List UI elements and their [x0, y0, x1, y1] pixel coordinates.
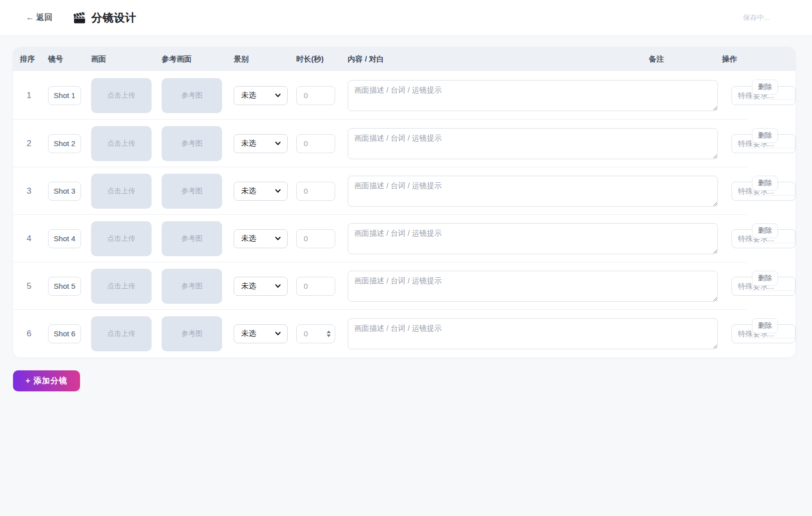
- order-number: 3: [19, 186, 39, 196]
- actions-cell: 删除: [748, 120, 795, 148]
- content-textarea[interactable]: [348, 176, 718, 207]
- reference-upload-area[interactable]: 参考图: [162, 126, 222, 161]
- reference-upload-area[interactable]: 参考图: [162, 78, 222, 113]
- content-textarea[interactable]: [348, 318, 718, 349]
- back-link[interactable]: ← 返回: [26, 13, 52, 23]
- frame-upload-label: 点击上传: [108, 139, 136, 148]
- reference-upload-label: 参考图: [182, 234, 203, 243]
- frame-upload-label: 点击上传: [108, 91, 136, 100]
- reference-upload-area[interactable]: 参考图: [162, 174, 222, 209]
- reference-upload-area[interactable]: 参考图: [162, 269, 222, 304]
- shot-type-select[interactable]: 未选: [234, 229, 288, 248]
- shot-type-value: 未选: [241, 139, 256, 148]
- frame-upload-area[interactable]: 点击上传: [91, 269, 152, 304]
- duration-input[interactable]: [296, 134, 335, 153]
- chevron-down-icon: [275, 330, 281, 337]
- shot-type-value: 未选: [241, 234, 256, 243]
- header-shot: 镜号: [48, 55, 81, 64]
- reference-upload-label: 参考图: [182, 329, 203, 338]
- delete-button[interactable]: 删除: [752, 80, 778, 95]
- duration-input[interactable]: [296, 182, 335, 201]
- duration-input[interactable]: [296, 277, 335, 296]
- reference-upload-label: 参考图: [182, 187, 203, 196]
- duration-input[interactable]: [296, 86, 335, 105]
- reference-upload-label: 参考图: [182, 91, 203, 100]
- title-wrap: 分镜设计: [73, 11, 136, 26]
- reference-upload-label: 参考图: [182, 139, 203, 148]
- chevron-down-icon: [275, 140, 281, 147]
- reference-upload-area[interactable]: 参考图: [162, 316, 222, 351]
- main-content: 排序 镜号 画面 参考画面 景别 时长(秒) 内容 / 对白 备注 操作 1 点…: [0, 47, 812, 391]
- frame-upload-label: 点击上传: [108, 187, 136, 196]
- chevron-down-icon: [275, 92, 281, 99]
- frame-upload-area[interactable]: 点击上传: [91, 174, 152, 209]
- actions-cell: 删除: [748, 215, 795, 243]
- delete-button[interactable]: 删除: [752, 176, 778, 191]
- table-header-row: 排序 镜号 画面 参考画面 景别 时长(秒) 内容 / 对白 备注 操作: [13, 47, 795, 71]
- header-actions: 操作: [722, 55, 752, 64]
- shot-number-input[interactable]: [48, 324, 81, 343]
- frame-upload-label: 点击上传: [108, 329, 136, 338]
- shot-type-select[interactable]: 未选: [234, 86, 288, 105]
- storyboard-row: 6 点击上传 参考图 未选 删除: [13, 310, 795, 357]
- spinner-up-icon[interactable]: [327, 330, 331, 333]
- chevron-down-icon: [275, 188, 281, 194]
- spinner-down-icon[interactable]: [327, 334, 331, 337]
- page-title: 分镜设计: [91, 11, 136, 26]
- content-textarea[interactable]: [348, 271, 718, 302]
- shot-number-input[interactable]: [48, 277, 81, 296]
- delete-button[interactable]: 删除: [752, 223, 778, 238]
- content-textarea[interactable]: [348, 128, 718, 159]
- storyboard-row: 5 点击上传 参考图 未选 删除: [13, 262, 795, 310]
- frame-upload-label: 点击上传: [108, 234, 136, 243]
- delete-button[interactable]: 删除: [752, 128, 778, 143]
- header-reference: 参考画面: [162, 55, 222, 64]
- content-textarea[interactable]: [348, 80, 718, 111]
- reference-upload-label: 参考图: [182, 282, 203, 291]
- actions-cell: 删除: [748, 167, 795, 196]
- frame-upload-area[interactable]: 点击上传: [91, 78, 152, 113]
- storyboard-row: 1 点击上传 参考图 未选 删除: [13, 71, 795, 120]
- shot-type-value: 未选: [241, 281, 256, 291]
- shot-type-select[interactable]: 未选: [234, 277, 288, 296]
- table-body: 1 点击上传 参考图 未选 删除: [13, 71, 795, 357]
- chevron-down-icon: [275, 235, 281, 242]
- actions-cell: 删除: [748, 71, 795, 100]
- frame-upload-area[interactable]: 点击上传: [91, 316, 152, 351]
- chevron-down-icon: [275, 283, 281, 289]
- shot-type-select[interactable]: 未选: [234, 182, 288, 201]
- shot-type-select[interactable]: 未选: [234, 324, 288, 343]
- duration-spinner[interactable]: [327, 330, 331, 337]
- delete-button[interactable]: 删除: [752, 318, 778, 333]
- add-storyboard-button[interactable]: + 添加分镜: [13, 370, 80, 391]
- clapperboard-icon: [73, 12, 86, 25]
- header-shot-type: 景别: [234, 55, 288, 64]
- actions-cell: 删除: [748, 310, 795, 338]
- duration-input[interactable]: [296, 229, 335, 248]
- delete-button[interactable]: 删除: [752, 271, 778, 286]
- shot-number-input[interactable]: [48, 86, 81, 105]
- shot-number-input[interactable]: [48, 229, 81, 248]
- order-number: 1: [19, 91, 39, 101]
- header-content: 内容 / 对白: [348, 55, 635, 64]
- shot-number-input[interactable]: [48, 134, 81, 153]
- header-duration: 时长(秒): [296, 55, 335, 64]
- order-number: 2: [19, 139, 39, 149]
- shot-type-value: 未选: [241, 91, 256, 100]
- shot-type-value: 未选: [241, 329, 256, 338]
- frame-upload-area[interactable]: 点击上传: [91, 221, 152, 256]
- shot-number-input[interactable]: [48, 182, 81, 201]
- storyboard-row: 4 点击上传 参考图 未选 删除: [13, 215, 795, 262]
- storyboard-row: 3 点击上传 参考图 未选 删除: [13, 167, 795, 215]
- content-textarea[interactable]: [348, 223, 718, 254]
- order-number: 6: [19, 329, 39, 339]
- actions-cell: 删除: [748, 262, 795, 291]
- reference-upload-area[interactable]: 参考图: [162, 221, 222, 256]
- header-order: 排序: [19, 55, 39, 64]
- shot-type-value: 未选: [241, 186, 256, 196]
- saving-status: 保存中...: [743, 14, 770, 23]
- header-note: 备注: [649, 55, 713, 64]
- frame-upload-area[interactable]: 点击上传: [91, 126, 152, 161]
- header-frame: 画面: [91, 55, 152, 64]
- shot-type-select[interactable]: 未选: [234, 134, 288, 153]
